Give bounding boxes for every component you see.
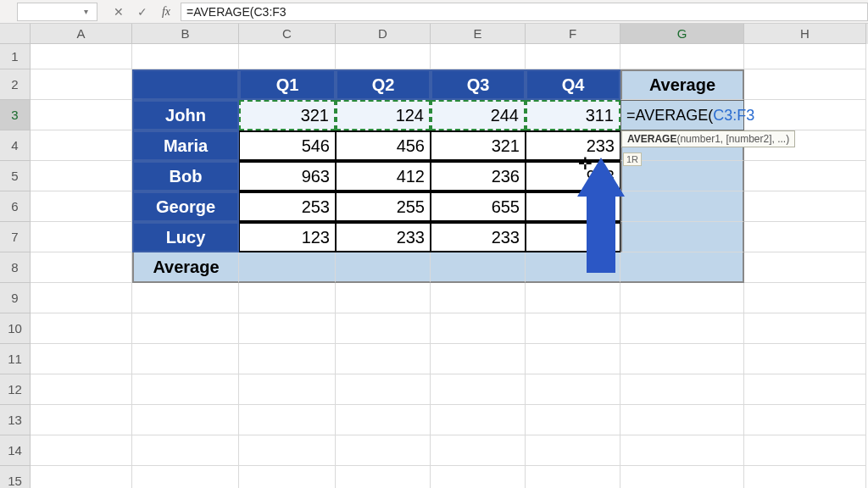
cell-C3[interactable]: 321	[239, 100, 336, 130]
cell-H2[interactable]	[744, 69, 866, 100]
cell-A4[interactable]	[31, 130, 132, 161]
cell-E14[interactable]	[431, 435, 526, 466]
cell-F13[interactable]	[526, 405, 620, 435]
cell-E10[interactable]	[431, 313, 526, 344]
row-header-15[interactable]: 15	[0, 466, 31, 488]
cell-E3[interactable]: 244	[431, 100, 526, 130]
cell-D11[interactable]	[336, 344, 431, 374]
cell-A15[interactable]	[31, 466, 132, 488]
cell-C13[interactable]	[239, 405, 336, 435]
cell-F12[interactable]	[526, 374, 620, 405]
cell-D10[interactable]	[336, 313, 431, 344]
cell-G6[interactable]	[620, 191, 744, 222]
col-header-F[interactable]: F	[526, 24, 620, 44]
row-header-8[interactable]: 8	[0, 252, 31, 283]
cell-B7[interactable]: Lucy	[132, 222, 239, 252]
col-header-C[interactable]: C	[239, 24, 336, 44]
cell-E5[interactable]: 236	[431, 161, 526, 191]
cell-H8[interactable]	[744, 252, 866, 283]
cell-B4[interactable]: Maria	[132, 130, 239, 161]
cell-F3[interactable]: 311	[526, 100, 620, 130]
cell-B11[interactable]	[132, 344, 239, 374]
cell-A14[interactable]	[31, 435, 132, 466]
cell-G10[interactable]	[620, 313, 744, 344]
cell-B5[interactable]: Bob	[132, 161, 239, 191]
cell-C14[interactable]	[239, 435, 336, 466]
cell-D13[interactable]	[336, 405, 431, 435]
row-header-6[interactable]: 6	[0, 191, 31, 222]
cell-C6[interactable]: 253	[239, 191, 336, 222]
cell-H11[interactable]	[744, 344, 866, 374]
col-header-H[interactable]: H	[744, 24, 866, 44]
cell-D8[interactable]	[336, 252, 431, 283]
cell-C1[interactable]	[239, 44, 336, 69]
cell-D3[interactable]: 124	[336, 100, 431, 130]
formula-input[interactable]: =AVERAGE(C3:F3	[181, 3, 868, 21]
cell-C8[interactable]	[239, 252, 336, 283]
cell-A7[interactable]	[31, 222, 132, 252]
cell-D14[interactable]	[336, 435, 431, 466]
cell-C2[interactable]: Q1	[239, 69, 336, 100]
cell-C4[interactable]: 546	[239, 130, 336, 161]
cell-E15[interactable]	[431, 466, 526, 488]
cell-C10[interactable]	[239, 313, 336, 344]
cell-C5[interactable]: 963	[239, 161, 336, 191]
row-header-5[interactable]: 5	[0, 161, 31, 191]
row-header-3[interactable]: 3	[0, 100, 31, 130]
row-header-12[interactable]: 12	[0, 374, 31, 405]
cell-G14[interactable]	[620, 435, 744, 466]
cell-D9[interactable]	[336, 283, 431, 313]
cell-C12[interactable]	[239, 374, 336, 405]
cell-G2[interactable]: Average	[620, 69, 744, 100]
cell-F9[interactable]	[526, 283, 620, 313]
cell-A3[interactable]	[31, 100, 132, 130]
cell-E11[interactable]	[431, 344, 526, 374]
cell-F1[interactable]	[526, 44, 620, 69]
row-header-7[interactable]: 7	[0, 222, 31, 252]
row-header-9[interactable]: 9	[0, 283, 31, 313]
cell-G3[interactable]: =AVERAGE(C3:F3 AVERAGE(number1, [number2…	[620, 100, 744, 130]
cell-F4[interactable]: 233	[526, 130, 620, 161]
cell-A1[interactable]	[31, 44, 132, 69]
cell-E4[interactable]: 321	[431, 130, 526, 161]
cell-C15[interactable]	[239, 466, 336, 488]
cell-H12[interactable]	[744, 374, 866, 405]
row-header-13[interactable]: 13	[0, 405, 31, 435]
cell-G13[interactable]	[620, 405, 744, 435]
cell-G7[interactable]	[620, 222, 744, 252]
cell-E6[interactable]: 655	[431, 191, 526, 222]
cell-H14[interactable]	[744, 435, 866, 466]
cell-G12[interactable]	[620, 374, 744, 405]
cell-H5[interactable]	[744, 161, 866, 191]
cell-B13[interactable]	[132, 405, 239, 435]
cell-D7[interactable]: 233	[336, 222, 431, 252]
row-header-1[interactable]: 1	[0, 44, 31, 69]
cell-G1[interactable]	[620, 44, 744, 69]
cell-E13[interactable]	[431, 405, 526, 435]
cell-H9[interactable]	[744, 283, 866, 313]
cell-D4[interactable]: 456	[336, 130, 431, 161]
row-header-11[interactable]: 11	[0, 344, 31, 374]
spreadsheet-grid[interactable]: A B C D E F G H 1 2 3 4 5 6 7 8 9 10 11 …	[0, 24, 868, 488]
cell-B9[interactable]	[132, 283, 239, 313]
cell-A8[interactable]	[31, 252, 132, 283]
row-header-2[interactable]: 2	[0, 69, 31, 100]
fx-icon[interactable]: fx	[160, 5, 172, 19]
cell-G9[interactable]	[620, 283, 744, 313]
cell-E2[interactable]: Q3	[431, 69, 526, 100]
cell-B6[interactable]: George	[132, 191, 239, 222]
cell-A12[interactable]	[31, 374, 132, 405]
cell-H15[interactable]	[744, 466, 866, 488]
cell-B14[interactable]	[132, 435, 239, 466]
cell-D2[interactable]: Q2	[336, 69, 431, 100]
cell-H13[interactable]	[744, 405, 866, 435]
cell-B2[interactable]	[132, 69, 239, 100]
select-all-corner[interactable]	[0, 24, 31, 44]
cell-F15[interactable]	[526, 466, 620, 488]
col-header-A[interactable]: A	[31, 24, 132, 44]
cell-F10[interactable]	[526, 313, 620, 344]
row-header-14[interactable]: 14	[0, 435, 31, 466]
cell-E9[interactable]	[431, 283, 526, 313]
cell-F11[interactable]	[526, 344, 620, 374]
cell-G15[interactable]	[620, 466, 744, 488]
